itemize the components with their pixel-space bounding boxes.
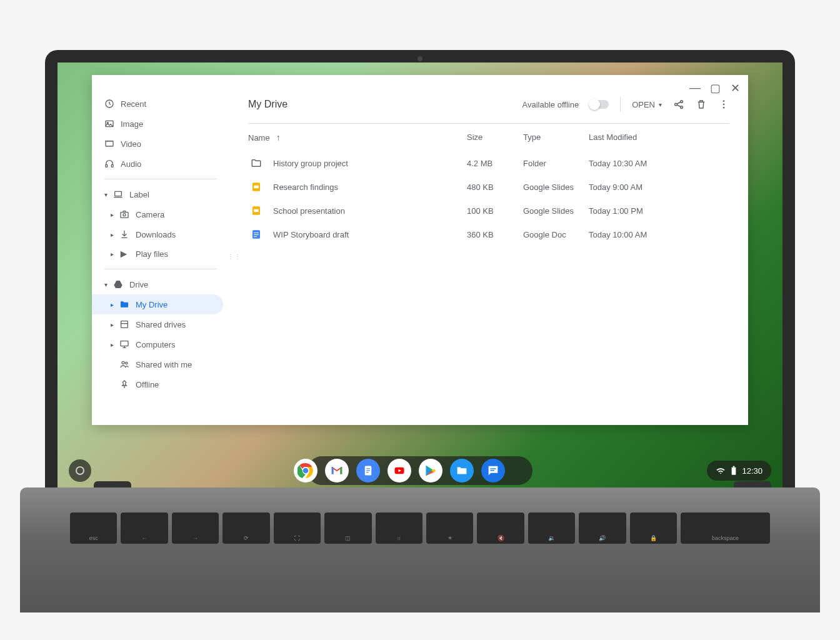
slides-icon <box>248 205 267 216</box>
file-type: Google Doc <box>523 230 589 239</box>
gmail-app[interactable] <box>325 459 349 482</box>
sidebar-item-video[interactable]: Video <box>92 134 229 154</box>
sidebar-section-drive[interactable]: ▾ Drive <box>92 274 229 294</box>
file-size: 360 KB <box>467 230 523 239</box>
col-type-header[interactable]: Type <box>523 132 589 142</box>
chevron-right-icon: ▸ <box>111 211 119 218</box>
svg-rect-3 <box>106 141 113 146</box>
delete-button[interactable] <box>696 99 707 110</box>
sidebar-item-offline[interactable]: Offline <box>92 374 229 394</box>
svg-rect-5 <box>111 164 113 167</box>
table-row[interactable]: WIP Storyboard draft 360 KB Google Doc T… <box>248 222 729 246</box>
file-name: School presentation <box>273 206 345 216</box>
table-row[interactable]: School presentation 100 KB Google Slides… <box>248 199 729 222</box>
chrome-app[interactable] <box>294 459 318 482</box>
clock: 12:30 <box>742 466 762 476</box>
sidebar-section-label[interactable]: ▾ Label <box>92 184 229 204</box>
sidebar-label: Audio <box>121 159 141 169</box>
sidebar-item-my-drive[interactable]: ▸ My Drive <box>92 294 223 314</box>
sidebar-label: Play files <box>136 249 168 259</box>
play-store-app[interactable] <box>419 459 442 482</box>
webcam <box>418 56 422 61</box>
svg-rect-22 <box>254 209 259 212</box>
sidebar-item-recent[interactable]: Recent <box>92 94 229 114</box>
file-type: Folder <box>523 159 589 168</box>
minimize-button[interactable]: — <box>689 81 701 95</box>
status-tray[interactable]: 12:30 <box>707 461 771 481</box>
docs-app[interactable] <box>356 459 380 482</box>
close-button[interactable]: ✕ <box>729 81 741 95</box>
svg-rect-38 <box>732 468 736 475</box>
laptop-base: esc ← → ⟳ ⛶ ◫ ☼ ☀ 🔇 🔉 🔊 🔒 backspace <box>20 488 820 612</box>
sidebar-label: Image <box>121 119 143 129</box>
divider <box>104 269 217 269</box>
people-icon <box>119 359 136 369</box>
files-app[interactable] <box>450 459 474 482</box>
main-content: My Drive Available offline OPEN ▾ <box>229 75 748 425</box>
sort-ascending-icon: ↑ <box>276 132 281 142</box>
svg-point-17 <box>723 104 725 106</box>
separator <box>620 97 621 112</box>
circle-icon <box>76 466 84 475</box>
sidebar-label: Shared drives <box>136 320 186 329</box>
svg-rect-36 <box>490 468 496 469</box>
svg-rect-4 <box>106 164 108 167</box>
play-store-icon <box>119 250 136 259</box>
maximize-button[interactable]: ▢ <box>709 81 721 95</box>
image-icon <box>104 119 121 129</box>
sidebar-label: My Drive <box>136 300 168 309</box>
youtube-app[interactable] <box>388 459 411 482</box>
folder-icon <box>119 299 136 309</box>
svg-rect-26 <box>254 236 257 237</box>
chevron-right-icon: ▸ <box>111 301 119 308</box>
file-size: 100 KB <box>467 206 523 216</box>
chevron-right-icon: ▸ <box>111 231 119 238</box>
svg-rect-32 <box>366 468 370 469</box>
table-row[interactable]: History group project 4.2 MB Folder Toda… <box>248 151 729 175</box>
svg-rect-7 <box>121 212 128 218</box>
file-name: Research findings <box>273 182 338 192</box>
messages-app[interactable] <box>481 459 505 482</box>
sidebar-item-downloads[interactable]: ▸ Downloads <box>92 224 229 244</box>
launcher-button[interactable] <box>69 459 91 482</box>
open-button[interactable]: OPEN ▾ <box>632 100 662 109</box>
drive-icon <box>113 279 129 289</box>
col-size-header[interactable]: Size <box>467 132 523 142</box>
col-name-header[interactable]: Name ↑ <box>248 132 467 142</box>
svg-point-8 <box>123 214 126 216</box>
sidebar-label: Recent <box>121 99 146 109</box>
svg-point-11 <box>122 361 124 364</box>
chevron-right-icon: ▸ <box>111 251 119 258</box>
sidebar-item-play-files[interactable]: ▸ Play files <box>92 244 229 264</box>
file-modified: Today 9:00 AM <box>589 182 729 192</box>
table-row[interactable]: Research findings 480 KB Google Slides T… <box>248 175 729 199</box>
window-controls: — ▢ ✕ <box>689 81 741 95</box>
desktop-screen: — ▢ ✕ ⋮⋮ Recent Image Video <box>58 62 782 488</box>
sidebar-label: Drive <box>129 280 148 289</box>
sidebar-item-shared-with-me[interactable]: Shared with me <box>92 354 229 374</box>
sidebar-item-image[interactable]: Image <box>92 114 229 134</box>
sidebar-item-shared-drives[interactable]: ▸ Shared drives <box>92 314 229 334</box>
offline-toggle[interactable] <box>590 100 609 109</box>
share-button[interactable] <box>673 99 684 110</box>
file-modified: Today 10:30 AM <box>589 159 729 168</box>
sidebar-item-audio[interactable]: Audio <box>92 154 229 174</box>
file-type: Google Slides <box>523 206 589 216</box>
more-menu-button[interactable] <box>718 99 729 110</box>
slides-icon <box>248 181 267 192</box>
sidebar-label: Video <box>121 139 141 149</box>
sidebar-resize-handle[interactable]: ⋮⋮ <box>228 253 241 260</box>
keyboard: esc ← → ⟳ ⛶ ◫ ☼ ☀ 🔇 🔉 🔊 🔒 backspace <box>70 512 770 544</box>
svg-rect-39 <box>733 466 735 468</box>
sidebar-item-camera[interactable]: ▸ Camera <box>92 204 229 224</box>
svg-point-18 <box>723 107 725 109</box>
chevron-down-icon: ▾ <box>104 191 113 198</box>
sidebar-label: Shared with me <box>136 360 192 369</box>
pin-icon <box>119 379 136 389</box>
file-size: 4.2 MB <box>467 159 523 168</box>
col-modified-header[interactable]: Last Modified <box>589 132 729 142</box>
sidebar-label: Offline <box>136 380 159 389</box>
wifi-icon <box>716 466 726 476</box>
sidebar-item-computers[interactable]: ▸ Computers <box>92 334 229 354</box>
toolbar: Available offline OPEN ▾ <box>522 97 729 112</box>
